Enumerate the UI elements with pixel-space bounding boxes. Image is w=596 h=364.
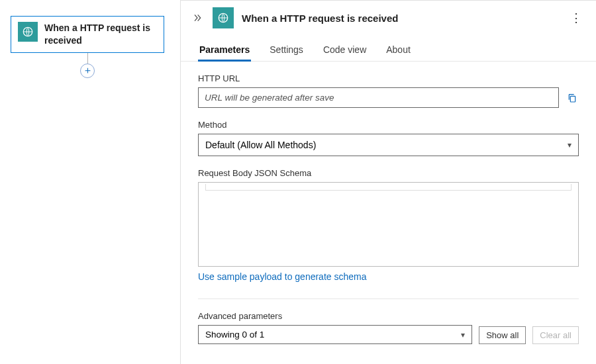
http-url-label: HTTP URL [198,73,579,83]
clear-all-button: Clear all [532,326,579,344]
tab-settings[interactable]: Settings [268,40,305,61]
svg-rect-2 [570,96,575,102]
schema-label: Request Body JSON Schema [198,168,579,178]
schema-textarea[interactable] [198,182,579,267]
sample-payload-link[interactable]: Use sample payload to generate schema [198,271,366,282]
details-panel: When a HTTP request is received ⋮ Parame… [180,0,596,364]
chevron-down-icon: ▾ [461,330,465,340]
http-url-field: HTTP URL URL will be generated after sav… [198,73,579,108]
more-options-button[interactable]: ⋮ [568,10,584,26]
panel-tabs: Parameters Settings Code view About [181,34,596,62]
http-request-icon [18,22,38,42]
panel-title: When a HTTP request is received [242,13,560,24]
trigger-node-title: When a HTTP request is received [44,22,157,47]
method-select[interactable]: Default (Allow All Methods) ▾ [198,134,579,156]
advanced-params-value: Showing 0 of 1 [205,330,264,340]
add-step-button[interactable]: ＋ [80,64,95,78]
method-field: Method Default (Allow All Methods) ▾ [198,120,579,156]
http-request-icon [213,7,234,28]
connector: ＋ [11,53,164,78]
tab-code-view[interactable]: Code view [322,40,368,61]
show-all-button[interactable]: Show all [479,326,526,344]
trigger-node[interactable]: When a HTTP request is received [11,16,164,53]
method-value: Default (Allow All Methods) [205,140,316,150]
schema-field: Request Body JSON Schema Use sample payl… [198,168,579,283]
tab-parameters[interactable]: Parameters [198,40,251,61]
advanced-label: Advanced parameters [198,311,579,321]
divider [198,298,579,299]
copy-url-button[interactable] [566,91,579,105]
http-url-input[interactable]: URL will be generated after save [198,87,559,108]
collapse-panel-button[interactable] [190,11,205,25]
advanced-parameters-section: Advanced parameters Showing 0 of 1 ▾ Sho… [198,311,579,344]
panel-body: HTTP URL URL will be generated after sav… [181,62,596,364]
method-label: Method [198,120,579,130]
chevron-down-icon: ▾ [568,140,571,150]
tab-about[interactable]: About [385,40,412,61]
advanced-params-select[interactable]: Showing 0 of 1 ▾ [198,325,472,344]
panel-header: When a HTTP request is received ⋮ [181,1,596,34]
designer-canvas: When a HTTP request is received ＋ [0,0,180,364]
